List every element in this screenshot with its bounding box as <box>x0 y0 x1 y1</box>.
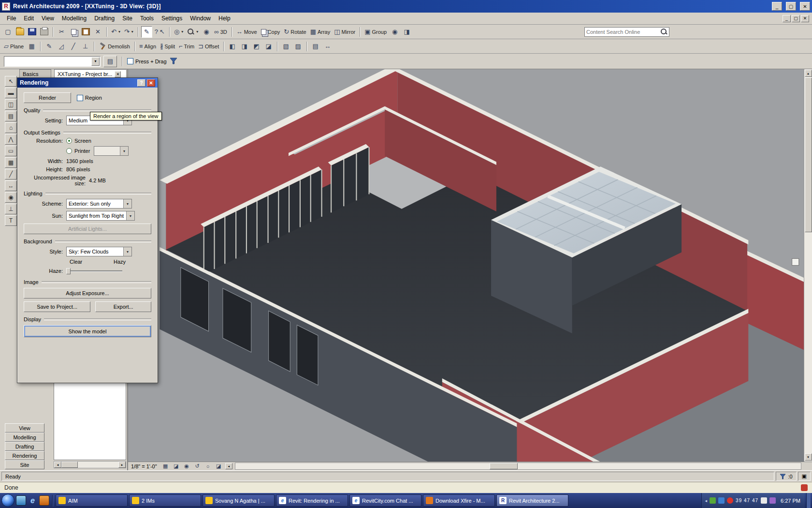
search-icon[interactable] <box>660 28 667 35</box>
split-button[interactable]: ∦Split <box>159 41 176 52</box>
task-download-xfire[interactable]: Download Xfire - M... <box>423 494 495 507</box>
level-tool[interactable]: ⊥ <box>5 204 17 214</box>
menu-window[interactable]: Window <box>186 14 215 23</box>
zoom-button[interactable]: ▾ <box>186 26 200 38</box>
media-quicklaunch-icon[interactable] <box>39 495 49 506</box>
v-scroll-thumb[interactable] <box>805 77 812 232</box>
menu-help[interactable]: Help <box>215 14 234 23</box>
crop-visibility-icon[interactable]: ○ <box>204 463 212 470</box>
mirror-button[interactable]: ◫Mirror <box>333 26 357 38</box>
menu-view[interactable]: View <box>38 14 58 23</box>
wall-join-button[interactable]: ◧ <box>227 41 238 52</box>
sidebar-tab-modelling[interactable]: Modelling <box>5 433 44 442</box>
minimize-button[interactable]: _ <box>772 2 782 11</box>
menu-file[interactable]: File <box>3 14 20 23</box>
filter-funnel-icon[interactable] <box>170 58 177 65</box>
dimension-button[interactable]: ↔ <box>322 41 333 52</box>
lighting-scheme-select[interactable]: Exterior: Sun only <box>66 199 132 209</box>
browser-scroll-thumb[interactable] <box>61 462 78 468</box>
align-button[interactable]: ≡Align <box>138 41 158 52</box>
viewbar-scroll-left-icon[interactable]: ◂ <box>225 463 232 469</box>
detail-level-icon[interactable]: ▦ <box>161 463 170 470</box>
h-scroll-thumb[interactable] <box>490 463 518 469</box>
save-to-project-button[interactable]: Save to Project... <box>24 301 90 312</box>
join-geometry-button[interactable]: ◩ <box>251 41 262 52</box>
ie-quicklaunch-icon[interactable]: e <box>28 495 38 506</box>
crop-view-icon[interactable]: ↺ <box>193 463 202 470</box>
hide-isolate-icon[interactable]: ◪ <box>215 463 223 470</box>
text-tool[interactable]: T <box>5 215 17 226</box>
task-revit-rendering-page[interactable]: eRevit: Rendering in ... <box>276 494 348 507</box>
pin-button[interactable]: ◉ <box>389 26 400 38</box>
tray-icon-network[interactable] <box>769 497 776 504</box>
grid-display-button[interactable]: ▦ <box>26 41 37 52</box>
sidebar-tab-drafting[interactable]: Drafting <box>5 442 44 451</box>
delete-button[interactable]: ✕ <box>92 26 103 38</box>
scroll-right-icon[interactable]: ▸ <box>118 462 126 468</box>
horizontal-scrollbar[interactable] <box>235 463 801 470</box>
grid-tool[interactable]: ▦ <box>5 157 17 168</box>
copy-button[interactable]: Copy <box>260 26 282 38</box>
sidebar-tab-view[interactable]: View <box>5 423 44 433</box>
view-scale[interactable]: 1/8" = 1'-0" <box>131 463 159 469</box>
save-button[interactable] <box>27 26 38 38</box>
tray-icon-volume[interactable] <box>761 497 767 504</box>
press-drag-checkbox[interactable] <box>127 58 133 64</box>
adjust-exposure-button[interactable]: Adjust Exposure... <box>24 288 151 299</box>
render-button[interactable]: Render <box>24 92 71 103</box>
task-sovang[interactable]: Sovang N Agatha | ... <box>203 494 275 507</box>
close-button[interactable]: ✕ <box>800 2 810 11</box>
sidebar-tab-site[interactable]: Site <box>5 460 44 469</box>
lines-tool[interactable]: ╱ <box>5 169 17 179</box>
tag-button[interactable]: ▤ <box>310 41 321 52</box>
show-desktop-strip[interactable] <box>806 493 811 508</box>
show-desktop-icon[interactable] <box>16 495 26 506</box>
element-properties-button[interactable]: ▤ <box>103 56 117 67</box>
orbit-button[interactable]: ◉ <box>201 26 212 38</box>
region-checkbox[interactable] <box>77 95 83 101</box>
printer-radio[interactable] <box>66 148 72 154</box>
array-button[interactable]: ▦Array <box>309 26 332 38</box>
cut-button[interactable]: ✂ <box>56 26 67 38</box>
new-button[interactable]: ▢ <box>2 26 14 38</box>
model-graphics-icon[interactable]: ◪ <box>172 463 180 470</box>
modify-tool[interactable]: ↖ <box>5 76 17 87</box>
dialog-close-button[interactable]: ✕ <box>147 79 155 87</box>
filter-status[interactable]: :0 <box>776 472 796 481</box>
menu-settings[interactable]: Settings <box>158 14 186 23</box>
start-button[interactable] <box>1 494 14 507</box>
haze-slider-thumb[interactable] <box>66 268 71 274</box>
restore-button[interactable]: ▢ <box>786 2 796 11</box>
task-revit-architecture[interactable]: RRevit Architecture 2... <box>496 494 568 507</box>
demolish-button[interactable]: Demolish <box>97 41 131 52</box>
vertical-scrollbar[interactable]: ▴ ▾ <box>804 69 812 462</box>
background-style-select[interactable]: Sky: Few Clouds <box>66 247 132 256</box>
sidebar-tab-rendering[interactable]: Rendering <box>5 451 44 460</box>
tab-close-icon[interactable]: ✕ <box>115 71 121 77</box>
link-button[interactable]: ◨ <box>401 26 412 38</box>
3d-view-button[interactable]: ∞3D <box>213 26 228 38</box>
trim-button[interactable]: ⌐Trim <box>177 41 196 52</box>
rotate-button[interactable]: ↻Rotate <box>282 26 307 38</box>
haze-slider[interactable] <box>66 267 122 275</box>
type-selector[interactable]: ▾ <box>4 56 101 67</box>
task-revitcity-chat[interactable]: eRevitCity.com Chat ... <box>349 494 421 507</box>
work-plane-button[interactable]: ▱Plane <box>2 41 25 52</box>
task-ims[interactable]: 2 IMs <box>129 494 201 507</box>
modify-mode-button[interactable]: ✎ <box>141 26 152 38</box>
tray-icon-blue[interactable] <box>718 497 725 504</box>
tray-icon-alert[interactable] <box>727 497 733 504</box>
wall-tool[interactable]: ▬ <box>5 88 17 98</box>
tray-expand-icon[interactable]: ◂ <box>705 498 708 503</box>
component-tool[interactable]: ⌂ <box>5 122 17 133</box>
floor-tool[interactable]: ▭ <box>5 146 17 156</box>
roof-tool[interactable]: ⋀ <box>5 134 17 145</box>
match-type-button[interactable]: ▧ <box>280 41 291 52</box>
open-button[interactable] <box>14 26 26 38</box>
dialog-help-button[interactable]: ? <box>137 79 145 87</box>
sun-position-select[interactable]: Sunlight from Top Right <box>66 211 135 221</box>
scroll-down-icon[interactable]: ▾ <box>805 453 812 461</box>
type-selector-arrow-icon[interactable]: ▾ <box>91 57 100 66</box>
mdi-minimize-button[interactable]: _ <box>783 15 791 22</box>
shadows-icon[interactable]: ◉ <box>183 463 191 470</box>
